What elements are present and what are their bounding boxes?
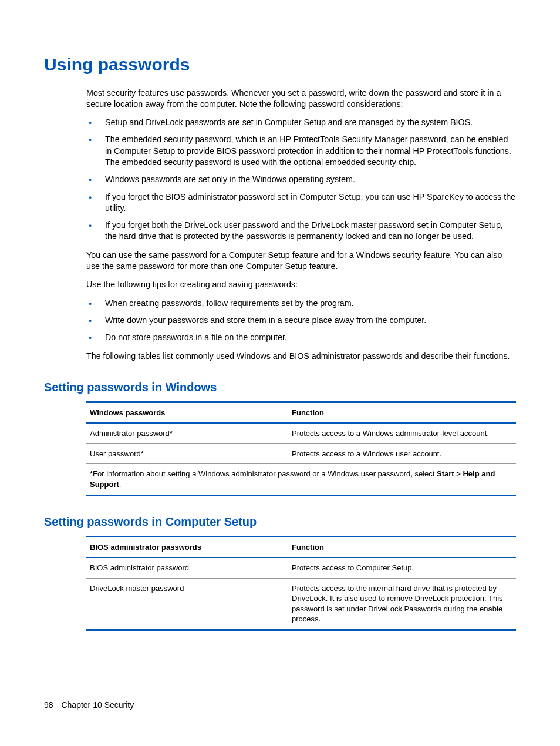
same-password-paragraph: You can use the same password for a Comp… — [86, 250, 516, 273]
table-row: Administrator password* Protects access … — [86, 423, 516, 443]
table-row: BIOS administrator password Protects acc… — [86, 557, 516, 578]
tips-list: When creating passwords, follow requirem… — [86, 298, 516, 344]
table-header: Function — [288, 536, 516, 557]
body-content: Most security features use passwords. Wh… — [86, 88, 516, 362]
tips-intro-paragraph: Use the following tips for creating and … — [86, 279, 516, 290]
list-item: If you forget both the DriveLock user pa… — [86, 220, 516, 243]
list-item: The embedded security password, which is… — [86, 134, 516, 168]
table-header: BIOS administrator passwords — [86, 536, 288, 557]
table-footnote: *For information about setting a Windows… — [86, 464, 516, 496]
bios-table-wrapper: BIOS administrator passwords Function BI… — [86, 536, 516, 631]
list-item: Do not store passwords in a file on the … — [86, 332, 516, 343]
windows-table-wrapper: Windows passwords Function Administrator… — [86, 401, 516, 496]
list-item: Write down your passwords and store them… — [86, 315, 516, 326]
intro-paragraph: Most security features use passwords. Wh… — [86, 88, 516, 110]
windows-passwords-table: Windows passwords Function Administrator… — [86, 401, 516, 465]
footnote-suffix: . — [119, 480, 122, 489]
table-cell: Protects access to a Windows user accoun… — [288, 443, 516, 464]
bios-passwords-table: BIOS administrator passwords Function BI… — [86, 536, 516, 631]
list-item: If you forget the BIOS administrator pas… — [86, 191, 516, 214]
page-heading: Using passwords — [44, 53, 516, 77]
table-cell: User password* — [86, 443, 288, 464]
page-footer: 98 Chapter 10 Security — [44, 700, 134, 711]
table-cell: BIOS administrator password — [86, 557, 288, 578]
list-item: When creating passwords, follow requirem… — [86, 298, 516, 309]
table-row: DriveLock master password Protects acces… — [86, 578, 516, 630]
table-cell: Protects access to the internal hard dri… — [288, 578, 516, 630]
table-row: User password* Protects access to a Wind… — [86, 443, 516, 464]
list-item: Windows passwords are set only in the Wi… — [86, 174, 516, 185]
table-cell: Administrator password* — [86, 423, 288, 443]
table-cell: DriveLock master password — [86, 578, 288, 630]
considerations-list: Setup and DriveLock passwords are set in… — [86, 117, 516, 243]
tables-intro-paragraph: The following tables list commonly used … — [86, 351, 516, 362]
table-header: Function — [288, 402, 516, 423]
windows-passwords-heading: Setting passwords in Windows — [44, 379, 516, 395]
table-header: Windows passwords — [86, 402, 288, 423]
page-number: 98 — [44, 700, 53, 710]
computer-setup-passwords-heading: Setting passwords in Computer Setup — [44, 514, 516, 530]
list-item: Setup and DriveLock passwords are set in… — [86, 117, 516, 128]
table-cell: Protects access to Computer Setup. — [288, 557, 516, 578]
footnote-text: *For information about setting a Windows… — [90, 469, 437, 478]
chapter-label: Chapter 10 Security — [61, 700, 134, 710]
table-cell: Protects access to a Windows administrat… — [288, 423, 516, 443]
